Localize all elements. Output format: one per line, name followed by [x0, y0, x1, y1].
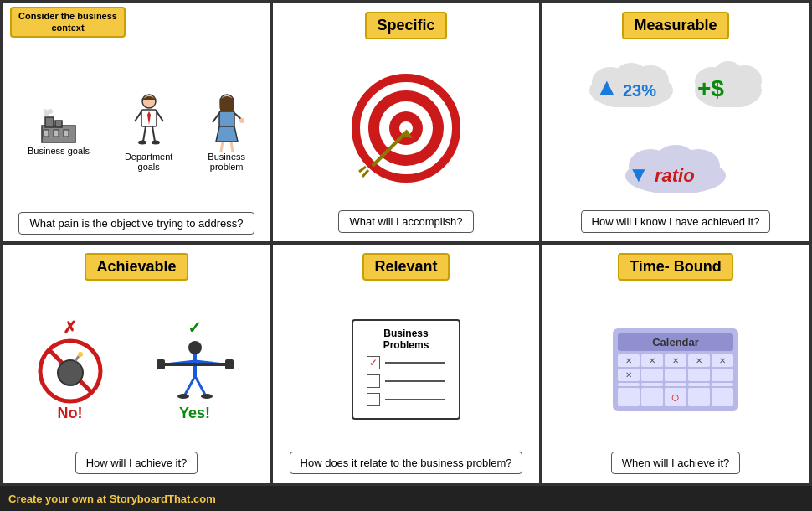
svg-rect-19	[219, 111, 234, 126]
checklist-item-2	[367, 374, 445, 388]
svg-line-65	[185, 376, 195, 395]
achievable-title: Achievable	[85, 253, 188, 281]
svg-line-20	[213, 113, 219, 122]
cal-cell: ✕	[665, 354, 686, 367]
cal-cell	[712, 369, 733, 381]
svg-line-24	[221, 142, 223, 152]
relevant-content: Business Problems ✓	[352, 287, 460, 452]
cal-cell-circled: ○	[665, 388, 686, 406]
factory-icon	[39, 109, 79, 146]
checkbox-3	[367, 393, 380, 406]
svg-line-12	[135, 111, 141, 121]
checklist-header: Business Problems	[367, 328, 445, 351]
svg-text:23%: 23%	[623, 81, 656, 100]
check-line-3	[385, 399, 445, 400]
cell-measurable: Measurable ▲ 23%	[541, 2, 810, 243]
svg-rect-64	[225, 359, 234, 369]
cal-cell	[688, 383, 710, 386]
cal-cell	[641, 369, 663, 381]
cloud-percent-icon: ▲ 23%	[585, 53, 677, 107]
svg-point-57	[78, 352, 83, 357]
svg-rect-4	[54, 130, 59, 137]
svg-point-68	[201, 394, 213, 399]
cell-achievable: Achievable ✗ No! ✓	[2, 243, 271, 484]
svg-point-44	[728, 65, 762, 95]
cal-cell	[618, 383, 640, 386]
cloud-ratio-icon: ▼ ratio	[621, 138, 730, 193]
achievable-content: ✗ No! ✓	[12, 287, 261, 452]
svg-rect-63	[157, 359, 165, 369]
svg-point-16	[138, 140, 146, 144]
yes-label: Yes!	[179, 405, 210, 422]
cell2-footer: What will I accomplish?	[338, 210, 473, 233]
cal-cell	[688, 369, 710, 381]
context-tag: Consider the business context	[10, 7, 126, 38]
biz-problem-item: Businessproblem	[208, 93, 245, 172]
cloud-dollar-icon: +$	[691, 53, 766, 107]
cal-cell	[665, 369, 686, 381]
svg-point-22	[239, 118, 244, 123]
no-icon	[37, 338, 104, 405]
svg-line-56	[75, 356, 79, 361]
target-icon	[347, 70, 465, 187]
checkbox-1: ✓	[367, 356, 380, 369]
calendar-grid: ✕ ✕ ✕ ✕ ✕ ✕	[618, 354, 733, 406]
cell4-footer: How will I achieve it?	[75, 452, 198, 474]
relevant-title: Relevant	[362, 253, 449, 281]
business-goals-label: Business goals	[28, 146, 90, 156]
cell3-footer: How will I know I have achieved it?	[581, 210, 771, 233]
checklist-item-3	[367, 393, 445, 406]
weightlifter-icon	[153, 338, 237, 405]
no-label: No!	[58, 405, 83, 422]
cal-cell	[618, 388, 640, 406]
dept-person-icon	[131, 93, 167, 152]
footer-bar: Create your own at StoryboardThat.com	[0, 486, 812, 511]
specific-title: Specific	[365, 12, 446, 39]
check-line-2	[385, 380, 445, 382]
calendar-widget: Calendar ✕ ✕ ✕ ✕ ✕ ✕	[613, 328, 738, 411]
dept-goals-item: Departmentgoals	[125, 93, 172, 172]
x-mark-label: ✗	[63, 317, 77, 338]
cal-cell	[641, 383, 663, 386]
svg-text:ratio: ratio	[655, 165, 695, 186]
cal-cell: ✕	[688, 354, 710, 367]
svg-text:+$: +$	[697, 75, 724, 101]
svg-line-14	[143, 126, 146, 142]
calendar-header: Calendar	[618, 333, 733, 351]
svg-line-13	[157, 111, 163, 121]
checkbox-2	[367, 374, 380, 388]
svg-point-55	[59, 361, 82, 385]
footer-label: Create your own at StoryboardThat.com	[8, 493, 216, 505]
woman-person-icon	[208, 93, 245, 152]
svg-rect-3	[44, 130, 49, 137]
svg-point-17	[152, 140, 160, 144]
cal-cell: ✕	[712, 354, 733, 367]
cell-business-context: Consider the business context Busi	[2, 2, 271, 243]
svg-rect-2	[55, 121, 62, 127]
cell-relevant: Relevant Business Problems ✓	[271, 243, 541, 484]
cal-cell	[641, 388, 663, 406]
cell6-footer: When will I achieve it?	[611, 452, 741, 474]
svg-marker-23	[216, 126, 238, 142]
business-goals-item: Business goals	[28, 109, 90, 156]
measurable-title: Measurable	[622, 12, 728, 39]
measurable-content: ▲ 23% +$	[551, 46, 800, 210]
svg-point-67	[177, 394, 189, 399]
context-content: Business goals	[10, 52, 263, 212]
check-mark-label: ✓	[188, 317, 202, 338]
checklist-box: Business Problems ✓	[352, 319, 460, 420]
check-line-1	[385, 362, 445, 364]
yes-block: ✓	[153, 317, 237, 422]
svg-line-15	[152, 126, 155, 142]
cal-cell: ✕	[618, 369, 640, 381]
cal-cell	[688, 388, 710, 406]
cell-timebound: Time- Bound Calendar ✕ ✕ ✕ ✕ ✕ ✕	[541, 243, 810, 484]
cal-cell: ✕	[618, 354, 640, 367]
dept-goals-label: Departmentgoals	[125, 152, 172, 172]
no-block: ✗ No!	[37, 317, 104, 422]
svg-line-66	[195, 376, 205, 395]
timebound-content: Calendar ✕ ✕ ✕ ✕ ✕ ✕	[613, 287, 738, 452]
cal-cell	[665, 383, 686, 386]
svg-rect-1	[45, 117, 54, 127]
svg-rect-5	[64, 130, 69, 137]
